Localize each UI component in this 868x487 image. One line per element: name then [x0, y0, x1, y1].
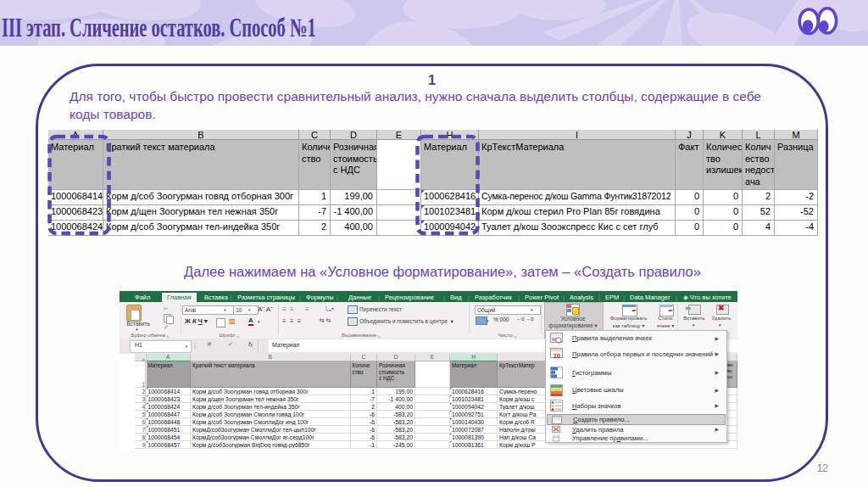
svg-text:10: 10 [554, 353, 560, 359]
